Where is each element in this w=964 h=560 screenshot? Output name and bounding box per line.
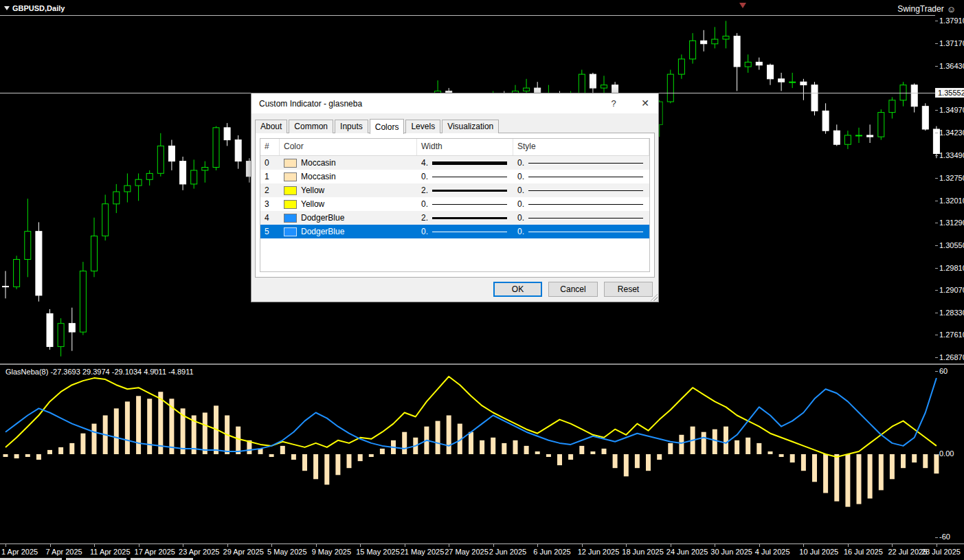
color-row-2[interactable]: 2Yellow2.0. xyxy=(260,183,649,197)
row-style-cell[interactable]: 0. xyxy=(513,158,649,168)
tab-visualization[interactable]: Visualization xyxy=(442,120,499,133)
price-axis[interactable]: 1.35552 1.379101.371701.364301.349701.34… xyxy=(935,0,964,364)
row-style-cell[interactable]: 0. xyxy=(513,213,649,223)
row-width-cell[interactable]: 2. xyxy=(417,186,513,195)
time-axis-tick xyxy=(715,544,715,547)
row-width-cell[interactable]: 0. xyxy=(417,199,513,209)
histogram-bar xyxy=(80,434,85,454)
row-style-cell[interactable]: 0. xyxy=(513,186,649,195)
column-header-color[interactable]: Color xyxy=(280,139,417,155)
time-axis-label: 23 Apr 2025 xyxy=(179,548,219,556)
candle-body xyxy=(811,85,818,111)
column-header-num[interactable]: # xyxy=(260,139,280,155)
dialog-titlebar[interactable]: Custom Indicator - glasneba ? ✕ xyxy=(251,93,658,113)
time-axis-label: 24 Jun 2025 xyxy=(666,548,708,556)
candle-body xyxy=(91,236,98,271)
chart-marker-triangle-icon xyxy=(739,3,746,8)
candle-body xyxy=(800,82,807,85)
color-row-5[interactable]: 5DodgerBlue0.0. xyxy=(260,225,649,238)
tab-common[interactable]: Common xyxy=(289,120,333,133)
colors-table-body: 0Moccasin4.0.1Moccasin0.0.2Yellow2.0.3Ye… xyxy=(260,156,649,238)
row-style-cell[interactable]: 0. xyxy=(513,199,649,209)
symbol-dropdown-icon[interactable] xyxy=(4,6,10,10)
color-row-0[interactable]: 0Moccasin4.0. xyxy=(260,156,649,170)
row-width-cell[interactable]: 2. xyxy=(417,213,513,223)
histogram-bar xyxy=(845,454,850,507)
candle-body xyxy=(224,128,230,140)
histogram-bar xyxy=(25,454,30,457)
help-button[interactable]: ? xyxy=(602,93,625,113)
histogram-bar xyxy=(302,454,307,471)
histogram-bar xyxy=(491,438,495,454)
histogram-bar xyxy=(857,454,862,504)
reset-button[interactable]: Reset xyxy=(604,282,653,297)
row-color-cell[interactable]: Moccasin xyxy=(280,172,417,181)
indicator-panel[interactable] xyxy=(0,365,964,544)
histogram-bar xyxy=(823,454,828,493)
row-color-cell[interactable]: DodgerBlue xyxy=(280,227,417,236)
time-axis-tick xyxy=(94,544,95,547)
indicator-axis-min-label: -60 xyxy=(939,533,950,541)
histogram-bar xyxy=(147,399,152,454)
row-style-cell[interactable]: 0. xyxy=(513,172,649,181)
histogram-bar xyxy=(579,446,584,454)
row-color-cell[interactable]: Yellow xyxy=(280,186,417,195)
color-swatch xyxy=(284,200,297,209)
candle-body xyxy=(168,146,175,161)
row-index: 5 xyxy=(260,227,280,236)
style-line-preview xyxy=(528,163,643,164)
tab-levels[interactable]: Levels xyxy=(405,120,440,133)
histogram-bar xyxy=(236,427,240,454)
row-width-cell[interactable]: 4. xyxy=(417,158,513,168)
width-value: 4. xyxy=(421,158,431,168)
column-header-style[interactable]: Style xyxy=(513,139,649,155)
histogram-bar xyxy=(324,454,329,484)
histogram-bar xyxy=(58,447,63,454)
tab-inputs[interactable]: Inputs xyxy=(335,120,368,133)
candle-body xyxy=(911,85,917,107)
histogram-bar xyxy=(901,454,906,468)
row-color-cell[interactable]: Yellow xyxy=(280,199,417,209)
time-axis-label: 30 Jun 2025 xyxy=(710,548,752,556)
candle-body xyxy=(58,324,64,347)
width-line-preview xyxy=(432,177,507,177)
price-axis-tick xyxy=(935,110,938,111)
mt4-chart-window: GBPUSD,Daily SwingTrader ☺ 1.35552 1.379… xyxy=(0,0,964,560)
candle-body xyxy=(822,111,829,131)
chart-frame-line xyxy=(0,15,935,16)
histogram-bar xyxy=(380,449,385,454)
tab-about[interactable]: About xyxy=(255,120,287,133)
row-width-cell[interactable]: 0. xyxy=(417,172,513,181)
time-axis-tick xyxy=(360,544,361,547)
candle-body xyxy=(601,85,607,88)
histogram-bar xyxy=(746,438,750,454)
candle-body xyxy=(922,107,928,129)
row-color-cell[interactable]: DodgerBlue xyxy=(280,213,417,223)
row-color-cell[interactable]: Moccasin xyxy=(280,158,417,168)
histogram-bar xyxy=(923,454,928,468)
width-value: 0. xyxy=(421,172,431,181)
row-style-cell[interactable]: 0. xyxy=(513,227,649,236)
ok-button[interactable]: OK xyxy=(493,282,542,297)
column-header-width[interactable]: Width xyxy=(417,139,513,155)
price-axis-label: 1.32010 xyxy=(939,197,964,205)
style-value: 0. xyxy=(517,199,527,209)
price-axis-tick xyxy=(935,245,938,246)
cancel-button[interactable]: Cancel xyxy=(548,282,598,297)
color-row-1[interactable]: 1Moccasin0.0. xyxy=(260,170,649,183)
tab-colors[interactable]: Colors xyxy=(370,119,405,134)
bid-price-label: 1.35552 xyxy=(935,88,964,98)
close-icon[interactable]: ✕ xyxy=(634,93,657,113)
row-width-cell[interactable]: 0. xyxy=(417,227,513,236)
row-index: 2 xyxy=(260,186,280,195)
histogram-bar xyxy=(624,454,629,476)
time-axis-label: 4 Jul 2025 xyxy=(755,548,790,556)
histogram-bar xyxy=(513,440,518,454)
color-row-4[interactable]: 4DodgerBlue2.0. xyxy=(260,211,649,225)
color-row-3[interactable]: 3Yellow0.0. xyxy=(260,197,649,211)
candle-body xyxy=(524,88,530,91)
price-axis-tick xyxy=(935,223,938,223)
time-axis-label: 1 Apr 2025 xyxy=(1,548,38,556)
time-axis-label: 18 Jun 2025 xyxy=(622,548,664,556)
style-line-preview xyxy=(528,177,643,177)
